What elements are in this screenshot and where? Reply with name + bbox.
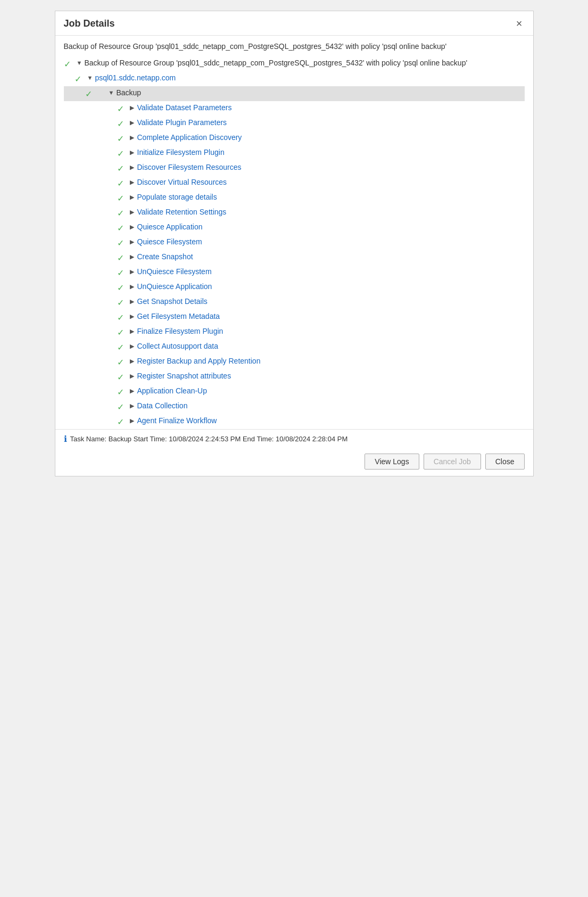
expand-icon-task[interactable]: ▶	[130, 149, 134, 156]
job-details-dialog: Job Details × Backup of Resource Group '…	[55, 11, 534, 476]
check-icon-task: ✓	[117, 387, 127, 397]
expand-icon-task[interactable]: ▶	[130, 358, 134, 365]
task-label: Collect Autosupport data	[137, 342, 219, 350]
task-item: ✓▶Get Filesystem Metadata	[64, 310, 525, 325]
check-icon-task: ✓	[117, 163, 127, 174]
dialog-subtitle: Backup of Resource Group 'psql01_sddc_ne…	[55, 36, 533, 56]
tree-host: ✓ ▼ psql01.sddc.netapp.com	[64, 71, 525, 86]
task-item: ✓▶UnQuiesce Filesystem	[64, 265, 525, 280]
expand-icon-task[interactable]: ▶	[130, 209, 134, 216]
host-label: psql01.sddc.netapp.com	[95, 73, 176, 82]
close-button[interactable]: Close	[485, 454, 525, 470]
task-item: ✓▶Initialize Filesystem Plugin	[64, 146, 525, 161]
task-label: Quiesce Application	[137, 223, 203, 231]
tree-root: ✓ ▼ Backup of Resource Group 'psql01_sdd…	[64, 56, 525, 71]
expand-icon-task[interactable]: ▶	[130, 194, 134, 201]
check-icon-task: ✓	[117, 312, 127, 323]
check-icon-task: ✓	[117, 208, 127, 218]
check-icon-task: ✓	[117, 283, 127, 293]
dialog-title: Job Details	[64, 18, 115, 29]
expand-icon-task[interactable]: ▶	[130, 268, 134, 275]
check-icon-task: ✓	[117, 327, 127, 338]
footer-buttons: View Logs Cancel Job Close	[55, 448, 533, 476]
task-item: ✓▶Validate Plugin Parameters	[64, 116, 525, 131]
check-icon-task: ✓	[117, 402, 127, 412]
task-label: Initialize Filesystem Plugin	[137, 148, 225, 157]
footer-info: ℹ Task Name: Backup Start Time: 10/08/20…	[64, 434, 525, 444]
task-label: Validate Plugin Parameters	[137, 118, 227, 127]
task-item: ✓▶Validate Retention Settings	[64, 205, 525, 220]
cancel-job-button[interactable]: Cancel Job	[424, 454, 481, 470]
task-item: ✓▶Get Snapshot Details	[64, 295, 525, 310]
check-icon-task: ✓	[117, 119, 127, 129]
expand-icon-task[interactable]: ▶	[130, 298, 134, 305]
expand-icon-task[interactable]: ▶	[130, 179, 134, 186]
dialog-body: ✓ ▼ Backup of Resource Group 'psql01_sdd…	[55, 56, 533, 429]
task-item: ✓▶Agent Finalize Workflow	[64, 414, 525, 429]
check-icon-task: ✓	[117, 357, 127, 367]
expand-icon-task[interactable]: ▶	[130, 388, 134, 394]
check-icon-task: ✓	[117, 178, 127, 188]
task-label: UnQuiesce Application	[137, 282, 212, 291]
task-item: ✓▶Data Collection	[64, 399, 525, 414]
task-item: ✓▶Quiesce Filesystem	[64, 235, 525, 250]
expand-icon-task[interactable]: ▶	[130, 164, 134, 171]
check-icon: ✓	[64, 59, 73, 69]
check-icon-task: ✓	[117, 372, 127, 382]
footer-text: Task Name: Backup Start Time: 10/08/2024…	[70, 435, 348, 443]
expand-icon-root[interactable]: ▼	[77, 60, 82, 66]
check-icon-task: ✓	[117, 149, 127, 159]
task-item: ✓▶Discover Filesystem Resources	[64, 161, 525, 176]
expand-icon-task[interactable]: ▶	[130, 313, 134, 320]
check-icon-task: ✓	[117, 223, 127, 233]
expand-icon-host[interactable]: ▼	[87, 75, 93, 81]
expand-icon-backup[interactable]: ▼	[109, 89, 114, 96]
task-label: Register Snapshot attributes	[137, 372, 231, 380]
task-item: ✓▶Complete Application Discovery	[64, 131, 525, 146]
task-label: Data Collection	[137, 401, 188, 410]
expand-icon-task[interactable]: ▶	[130, 402, 134, 409]
expand-icon-task[interactable]: ▶	[130, 373, 134, 380]
task-item: ✓▶Register Snapshot attributes	[64, 369, 525, 384]
task-item: ✓▶Validate Dataset Parameters	[64, 101, 525, 116]
expand-icon-task[interactable]: ▶	[130, 253, 134, 260]
backup-label: Backup	[116, 88, 141, 97]
check-icon-task: ✓	[117, 253, 127, 263]
check-icon-task: ✓	[117, 134, 127, 144]
expand-icon-task[interactable]: ▶	[130, 417, 134, 424]
task-label: Get Filesystem Metadata	[137, 312, 220, 320]
task-label: Discover Virtual Resources	[137, 178, 227, 186]
view-logs-button[interactable]: View Logs	[365, 454, 419, 470]
check-icon-task: ✓	[117, 104, 127, 114]
task-item: ✓▶Populate storage details	[64, 191, 525, 205]
expand-icon-task[interactable]: ▶	[130, 343, 134, 350]
close-icon-button[interactable]: ×	[514, 18, 525, 30]
task-item: ✓▶Quiesce Application	[64, 220, 525, 235]
task-label: Get Snapshot Details	[137, 297, 208, 306]
task-label: Quiesce Filesystem	[137, 237, 202, 246]
task-label: Validate Dataset Parameters	[137, 103, 232, 112]
expand-icon-task[interactable]: ▶	[130, 283, 134, 290]
task-label: Create Snapshot	[137, 252, 193, 261]
check-icon-task: ✓	[117, 268, 127, 278]
expand-icon-task[interactable]: ▶	[130, 119, 134, 126]
expand-icon-task[interactable]: ▶	[130, 104, 134, 111]
task-item: ✓▶Create Snapshot	[64, 250, 525, 265]
tree-backup: ✓ ▼ Backup	[64, 86, 525, 101]
expand-icon-task[interactable]: ▶	[130, 328, 134, 335]
task-item: ✓▶Collect Autosupport data	[64, 340, 525, 355]
dialog-footer: ℹ Task Name: Backup Start Time: 10/08/20…	[55, 429, 533, 448]
check-icon-task: ✓	[117, 193, 127, 203]
task-item: ✓▶UnQuiesce Application	[64, 280, 525, 295]
check-icon-task: ✓	[117, 298, 127, 308]
expand-icon-task[interactable]: ▶	[130, 134, 134, 141]
task-list: ✓▶Validate Dataset Parameters✓▶Validate …	[64, 101, 525, 429]
task-label: Application Clean-Up	[137, 386, 208, 395]
expand-icon-task[interactable]: ▶	[130, 224, 134, 231]
task-label: Register Backup and Apply Retention	[137, 357, 261, 365]
task-label: Populate storage details	[137, 193, 217, 201]
check-icon-task: ✓	[117, 238, 127, 248]
task-label: Validate Retention Settings	[137, 208, 227, 216]
dialog-header: Job Details ×	[55, 11, 533, 36]
expand-icon-task[interactable]: ▶	[130, 238, 134, 245]
